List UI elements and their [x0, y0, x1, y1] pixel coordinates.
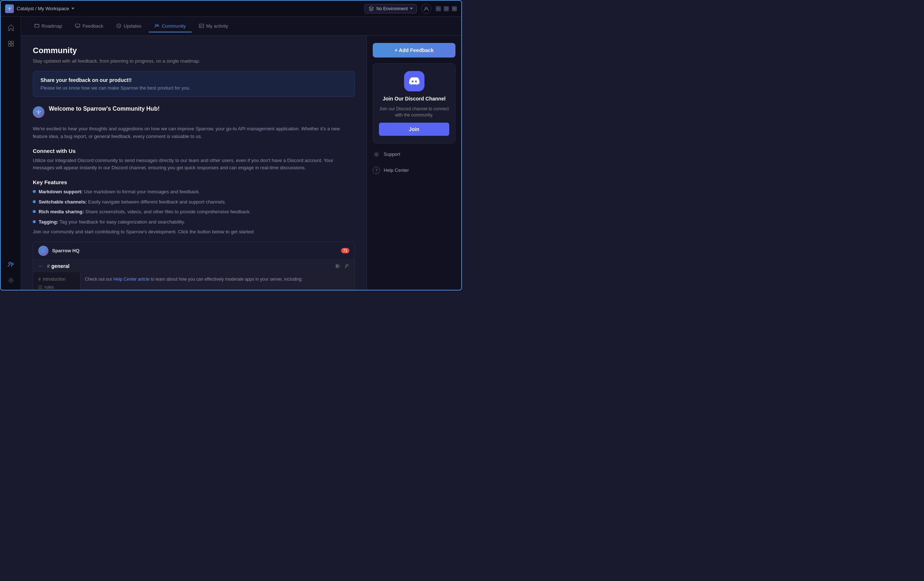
hash-grid-icon [335, 263, 341, 269]
feature-text-3: Rich media sharing: Share screenshots, v… [39, 208, 251, 216]
support-icon [373, 151, 380, 158]
discord-join-button[interactable]: Join [379, 123, 449, 136]
discord-server-name: Sparrow HQ [52, 248, 337, 253]
list-item: Switchable channels: Easily navigate bet… [33, 198, 355, 206]
list-item: Tagging: Tag your feedback for easy cate… [33, 219, 355, 226]
svg-rect-2 [11, 41, 13, 43]
page-title: Community [33, 46, 355, 55]
sidebar-item-dashboard[interactable] [4, 37, 18, 50]
tab-updates-label: Updates [124, 23, 141, 29]
support-label: Support [384, 151, 401, 157]
feature-bold-2: Switchable channels: [39, 199, 87, 204]
svg-rect-1 [8, 41, 11, 43]
svg-point-6 [11, 263, 13, 265]
feature-bold-1: Markdown support: [39, 189, 83, 194]
app-logo [5, 4, 14, 13]
svg-point-5 [9, 262, 11, 264]
window-controls: − □ × [436, 6, 457, 11]
channel-hash-icon: # [47, 263, 50, 269]
community-tab-icon [155, 23, 160, 28]
channel-list-item-introduction[interactable]: # introduction [36, 275, 77, 283]
feature-bold-3: Rich media sharing: [39, 209, 84, 214]
discord-header: Sparrow HQ 71 [33, 242, 355, 260]
banner-subtitle: Please let us know how we can make Sparr… [40, 85, 347, 91]
sidebar-item-settings[interactable] [4, 274, 18, 287]
connect-heading: Connect with Us [33, 148, 355, 154]
feedback-icon [75, 23, 80, 28]
welcome-description: We're excited to hear your thoughts and … [33, 125, 355, 140]
app-title-text: Catalyst / My Workspace [17, 6, 69, 11]
app-title[interactable]: Catalyst / My Workspace [17, 6, 74, 11]
tab-roadmap[interactable]: Roadmap [28, 20, 68, 32]
help-icon: ? [373, 167, 380, 174]
main-layout: Roadmap Feedback Updates [1, 17, 461, 291]
sidebar-item-home[interactable] [4, 21, 18, 34]
discord-card-subtitle: Join our Discord channel to connect with… [379, 106, 449, 119]
title-bar: Catalyst / My Workspace No Environment −… [1, 1, 461, 17]
tab-my-activity[interactable]: My activity [193, 20, 234, 32]
tab-bar: Roadmap Feedback Updates [21, 17, 461, 36]
discord-body: # introduction ☑ rules # general [33, 272, 355, 291]
rules-icon: ☑ [38, 285, 42, 290]
svg-rect-15 [199, 24, 204, 28]
feature-text-1: Markdown support: Use markdown to format… [39, 188, 200, 196]
svg-rect-4 [11, 44, 13, 46]
tab-community-label: Community [162, 23, 186, 29]
main-content: Community Stay updated with all feedback… [21, 36, 366, 291]
dot-icon [33, 210, 36, 213]
tab-roadmap-label: Roadmap [41, 23, 62, 29]
channel-list-item-rules[interactable]: ☑ rules [36, 283, 77, 291]
connect-text: Utilize our integrated Discord community… [33, 157, 355, 172]
hash-icon: # [38, 277, 41, 282]
discord-message-mid: to learn about how you can effectively m… [149, 277, 302, 282]
tab-updates[interactable]: Updates [111, 20, 147, 32]
list-item: Markdown support: Use markdown to format… [33, 188, 355, 196]
feature-desc-1: Use markdown to format your messages and… [83, 189, 200, 194]
help-center-link[interactable]: ? Help Center [373, 165, 455, 176]
close-button[interactable]: × [452, 6, 457, 11]
inner-content: Community Stay updated with all feedback… [21, 36, 461, 291]
tab-feedback[interactable]: Feedback [69, 20, 109, 32]
back-arrow-icon[interactable]: ← [38, 263, 44, 269]
sidebar [1, 17, 21, 291]
tab-my-activity-label: My activity [206, 23, 228, 29]
feature-bold-4: Tagging: [39, 219, 58, 225]
channel-name-header: # general [47, 263, 69, 269]
channel-rules-label: rules [45, 285, 54, 290]
discord-bullet-1: - What these apps can (and can't) do [85, 290, 156, 291]
feature-text-4: Tagging: Tag your feedback for easy cate… [39, 219, 185, 226]
content-area: Roadmap Feedback Updates [21, 17, 461, 291]
discord-icons-right [335, 263, 350, 269]
sidebar-item-community[interactable] [4, 258, 18, 271]
env-selector[interactable]: No Environment [365, 4, 417, 13]
updates-icon [116, 23, 121, 28]
support-link[interactable]: Support [373, 149, 455, 160]
tab-community[interactable]: Community [148, 20, 191, 32]
discord-messages: Check out our Help Center article to lea… [81, 272, 355, 291]
add-feedback-button[interactable]: + Add Feedback [373, 43, 455, 58]
minimize-button[interactable]: − [436, 6, 441, 11]
chevron-down-icon [71, 8, 74, 10]
roadmap-icon [34, 23, 40, 28]
title-bar-right: No Environment − □ × [365, 3, 457, 14]
features-cta: Join our community and start contributin… [33, 228, 355, 236]
right-panel: + Add Feedback Join Our Discord Channel … [366, 36, 461, 291]
feedback-banner: Share your feedback on our product!! Ple… [33, 71, 355, 97]
list-item: Rich media sharing: Share screenshots, v… [33, 208, 355, 216]
env-label: No Environment [376, 6, 408, 11]
welcome-title: Welcome to Sparrow's Community Hub! [49, 105, 160, 112]
feature-desc-3: Share screenshots, videos, and other fil… [84, 209, 251, 214]
title-bar-left: Catalyst / My Workspace [5, 4, 74, 13]
svg-rect-8 [35, 25, 39, 27]
user-avatar[interactable] [421, 3, 431, 14]
discord-server-logo [38, 246, 48, 256]
channel-introduction-label: introduction [43, 277, 66, 282]
layers-icon [368, 6, 374, 12]
maximize-button[interactable]: □ [444, 6, 449, 11]
discord-help-link[interactable]: Help Center article [113, 277, 149, 282]
discord-card: Join Our Discord Channel Join our Discor… [373, 63, 455, 143]
banner-title: Share your feedback on our product!! [40, 77, 347, 83]
discord-card-title: Join Our Discord Channel [383, 96, 446, 102]
welcome-section: Welcome to Sparrow's Community Hub! [33, 105, 355, 118]
tab-feedback-label: Feedback [82, 23, 103, 29]
